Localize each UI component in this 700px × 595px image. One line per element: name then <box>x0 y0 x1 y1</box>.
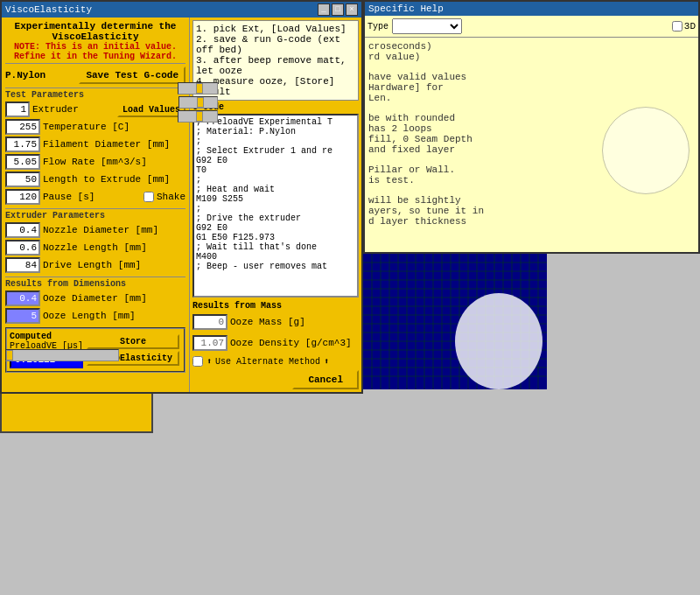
nozzle-diam-label: Nozzle Diameter [mm] <box>43 225 186 235</box>
extruder-label: Extruder <box>32 104 115 115</box>
save-gcode-button[interactable]: Save Test G-code <box>79 66 186 84</box>
alt-method-label: Use Alternate Method <box>215 357 320 367</box>
pause-input[interactable] <box>5 189 40 205</box>
load-values-button[interactable]: Load Values <box>117 102 186 117</box>
grid-view <box>363 254 547 389</box>
svg-point-35 <box>455 293 542 389</box>
ve-window: ViscoElasticity _ □ × Experimentally det… <box>0 0 363 394</box>
test-params-label: Test Parameters <box>5 88 186 100</box>
help-content: croseconds) rd value) have valid values … <box>365 38 698 265</box>
ooze-density-input[interactable] <box>192 335 228 351</box>
cool-slider[interactable] <box>178 110 218 122</box>
shake-checkbox[interactable] <box>144 192 154 202</box>
filament-label: Filament Diameter [mm] <box>43 139 186 150</box>
drive-len-label: Drive Length [mm] <box>43 260 186 270</box>
nozzle-diam-input[interactable] <box>5 222 40 238</box>
alt-method-checkbox[interactable] <box>192 356 203 367</box>
shake-label: Shake <box>157 192 186 202</box>
instruction-1: 1. pick Ext, [Load Values] <box>196 24 355 34</box>
ooze-density-label: Ooze Density [g/cm^3] <box>230 338 359 348</box>
ooze-len-input[interactable] <box>5 308 40 324</box>
gcode-content[interactable]: ; PreloadVE Experimental T ; Material: P… <box>192 114 359 298</box>
ooze-mass-label: Ooze Mass [g] <box>230 317 359 327</box>
loops-slider[interactable] <box>178 82 218 94</box>
3d-label: 3D <box>684 21 696 32</box>
ooze-diam-input[interactable] <box>5 290 40 306</box>
extruder-params-label: Extruder Parameters <box>5 208 186 220</box>
material-name: P.Nylon <box>5 70 46 80</box>
instruction-3: 3. after beep remove matt, let ooze <box>196 55 355 76</box>
ve-title-text: ViscoElasticity <box>5 4 92 15</box>
results-label: Results from Dimensions <box>5 276 186 289</box>
type-select[interactable] <box>392 18 462 34</box>
nozzle-len-input[interactable] <box>5 240 40 256</box>
instruction-4: 4. measure ooze, [Store] result <box>196 76 355 97</box>
header-line1: Experimentally determine the <box>5 21 186 32</box>
close-button[interactable]: × <box>346 4 358 16</box>
header-note2: Refine it in the Tuning Wizard. <box>5 52 186 61</box>
help-title-text: Specific Help <box>368 4 444 14</box>
computed-label: Computed <box>10 332 83 341</box>
cancel-button[interactable]: Cancel <box>292 370 359 389</box>
ve-window-title: ViscoElasticity _ □ × <box>2 2 361 18</box>
help-window: Specific Help Type 3D croseconds) rd val… <box>363 0 700 254</box>
3d-checkbox[interactable] <box>672 21 682 32</box>
drive-len-input[interactable] <box>5 257 40 273</box>
pause-label: Pause [s] <box>43 192 141 202</box>
flowrate-label: Flow Rate [mm^3/s] <box>43 157 186 167</box>
extruder-num-input[interactable] <box>5 102 30 117</box>
instruction-2: 2. save & run G-code (ext off bed) <box>196 34 355 55</box>
temperature-label: Temperature [C] <box>43 122 186 132</box>
ooze-diam-label: Ooze Diameter [mm] <box>43 293 186 304</box>
nozzle-len-label: Nozzle Length [mm] <box>43 242 186 253</box>
length-extrude-input[interactable] <box>5 172 40 187</box>
type-label: Type <box>368 22 388 32</box>
ooze-len-label: Ooze Length [mm] <box>43 311 186 321</box>
results-mass-label: Results from Mass <box>192 301 359 311</box>
maximize-button[interactable]: □ <box>332 4 344 16</box>
length-label: Length to Extrude [mm] <box>43 174 186 185</box>
minimize-button[interactable]: _ <box>318 4 330 16</box>
filament-diameter-input[interactable] <box>5 136 40 152</box>
profile-slider[interactable] <box>5 349 119 361</box>
store-button[interactable]: Store <box>87 334 179 349</box>
ooze-mass-input[interactable] <box>192 314 228 330</box>
inside-slider[interactable] <box>178 96 218 108</box>
flowrate-input[interactable] <box>5 154 40 170</box>
help-window-title: Specific Help <box>365 2 698 16</box>
header-note: NOTE: This is an initial value. <box>5 42 186 52</box>
header-line2: ViscoElasticity <box>5 32 186 42</box>
temperature-input[interactable] <box>5 119 40 135</box>
